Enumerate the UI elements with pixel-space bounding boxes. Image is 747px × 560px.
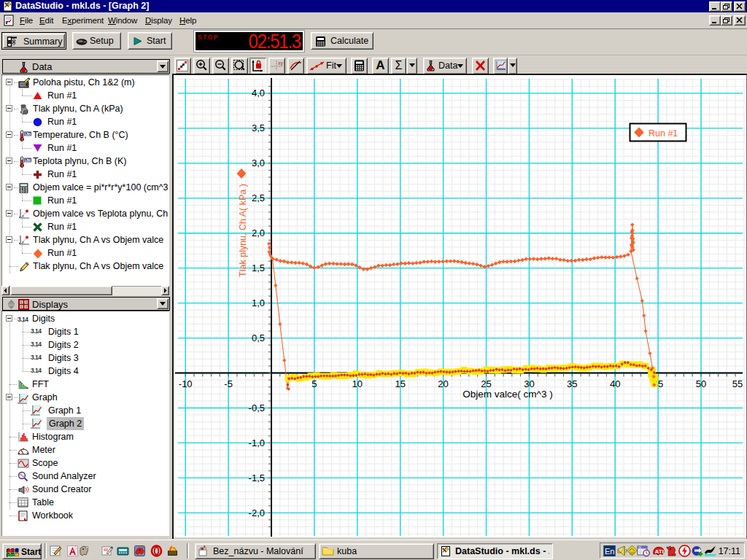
svg-text:KTD: KTD [25, 158, 31, 162]
svg-text:0,5: 0,5 [252, 332, 265, 343]
svg-text:3.14: 3.14 [31, 367, 42, 374]
svg-text:Objem valce( cm^3 ): Objem valce( cm^3 ) [462, 389, 552, 400]
svg-text:25: 25 [481, 378, 491, 389]
svg-text:3,0: 3,0 [252, 158, 265, 168]
svg-text:ATI: ATI [655, 548, 664, 555]
svg-text:10: 10 [352, 378, 363, 389]
svg-text:3.14: 3.14 [31, 354, 42, 361]
svg-text:40: 40 [610, 378, 620, 389]
svg-text:-1,0: -1,0 [249, 438, 265, 448]
svg-text:En: En [605, 547, 614, 556]
svg-text:-2,0: -2,0 [249, 508, 265, 518]
svg-text:2,5: 2,5 [252, 192, 265, 203]
svg-text:-10: -10 [179, 378, 193, 389]
svg-text:55: 55 [732, 378, 743, 389]
svg-text:3.14: 3.14 [31, 341, 42, 348]
svg-text:-1,5: -1,5 [249, 472, 265, 483]
svg-text:20: 20 [438, 378, 448, 389]
svg-text:5: 5 [311, 378, 317, 389]
svg-text:xy: xy [278, 61, 284, 66]
svg-text:3,5: 3,5 [252, 122, 265, 133]
svg-text:50: 50 [696, 378, 706, 389]
svg-text:3.14: 3.14 [31, 327, 42, 335]
svg-text:2,0: 2,0 [252, 228, 265, 238]
svg-text:-0,5: -0,5 [249, 402, 265, 413]
svg-text:30: 30 [524, 378, 534, 389]
svg-text:Tlak plynu, Ch A( kPa ): Tlak plynu, Ch A( kPa ) [238, 184, 248, 277]
svg-text:30: 30 [638, 546, 641, 549]
svg-text:-5: -5 [224, 378, 233, 389]
svg-text:KTD: KTD [25, 131, 31, 136]
svg-text:15: 15 [395, 378, 405, 389]
svg-text:35: 35 [567, 378, 577, 389]
svg-text:4,0: 4,0 [252, 88, 265, 98]
svg-text:Run #1: Run #1 [649, 128, 678, 139]
svg-text:1,0: 1,0 [252, 298, 265, 308]
svg-text:1,5: 1,5 [252, 262, 265, 273]
